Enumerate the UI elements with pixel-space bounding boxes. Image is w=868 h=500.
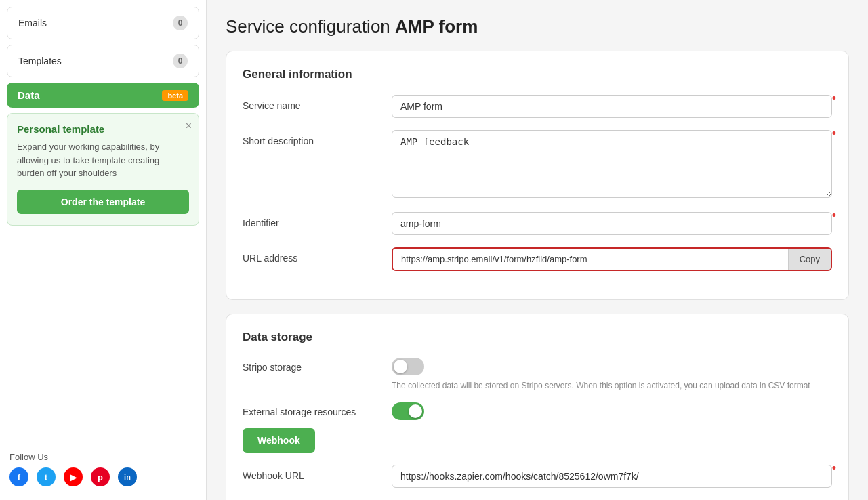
short-description-input[interactable]: AMP feedback [392, 130, 832, 198]
service-name-required: • [832, 92, 836, 104]
external-storage-toggle[interactable] [392, 402, 424, 420]
identifier-input[interactable] [392, 212, 832, 235]
facebook-icon[interactable]: f [9, 467, 28, 486]
identifier-label: Identifier [243, 212, 378, 228]
url-address-label: URL address [243, 247, 378, 264]
service-name-input[interactable] [392, 95, 832, 118]
webhook-url-required: • [832, 462, 836, 474]
personal-template-title: Personal template [17, 123, 189, 135]
personal-template-box: × Personal template Expand your working … [7, 113, 199, 226]
external-storage-track [392, 402, 424, 420]
twitter-icon[interactable]: t [37, 467, 56, 486]
main-content: Service configuration AMP form General i… [207, 0, 868, 500]
follow-us-section: Follow Us f t ▶ p in [7, 445, 199, 493]
general-info-section: General information Service name • Short… [226, 51, 849, 300]
identifier-row: Identifier • [243, 212, 832, 235]
webhook-button[interactable]: Webhook [243, 428, 315, 453]
stripo-storage-track [392, 358, 424, 375]
short-description-label: Short description [243, 130, 378, 146]
identifier-required: • [832, 209, 836, 222]
webhook-url-row: Webhook URL • [243, 465, 832, 488]
templates-badge: 0 [173, 54, 188, 68]
social-icons: f t ▶ p in [9, 467, 197, 486]
data-storage-title: Data storage [243, 331, 832, 344]
sidebar-item-data[interactable]: Data beta [7, 83, 199, 108]
data-storage-section: Data storage Stripo storage The collecte… [226, 314, 849, 500]
order-template-button[interactable]: Order the template [17, 190, 189, 214]
webhook-button-row: Webhook [243, 425, 832, 453]
service-name-label: Service name [243, 95, 378, 111]
page-title-bold: AMP form [395, 16, 478, 37]
pinterest-icon[interactable]: p [91, 467, 110, 486]
data-label: Data [18, 89, 40, 101]
external-storage-thumb [409, 404, 422, 418]
service-name-control: • [392, 95, 832, 118]
short-description-control: AMP feedback • [392, 130, 832, 200]
linkedin-icon[interactable]: in [118, 467, 137, 486]
webhook-url-label: Webhook URL [243, 465, 378, 481]
url-address-row: URL address Copy [243, 247, 832, 271]
webhook-url-input[interactable] [392, 465, 832, 488]
url-address-input[interactable] [393, 249, 788, 270]
url-field-wrapper: Copy [392, 247, 832, 271]
external-storage-toggle-wrapper [392, 402, 424, 420]
stripo-storage-description: The collected data will be stored on Str… [392, 381, 832, 390]
general-info-title: General information [243, 68, 832, 81]
short-description-row: Short description AMP feedback • [243, 130, 832, 200]
stripo-storage-toggle[interactable] [392, 358, 424, 375]
stripo-storage-row: Stripo storage [243, 358, 832, 375]
webhook-url-control: • [392, 465, 832, 488]
close-personal-template-button[interactable]: × [186, 121, 192, 131]
short-description-required: • [832, 127, 836, 140]
youtube-icon[interactable]: ▶ [64, 467, 83, 486]
stripo-storage-thumb [394, 360, 407, 373]
page-title: Service configuration AMP form [226, 16, 849, 37]
emails-label: Emails [18, 18, 47, 28]
service-name-row: Service name • [243, 95, 832, 118]
external-storage-label: External storage resources [243, 405, 378, 417]
url-copy-button[interactable]: Copy [788, 249, 831, 270]
templates-label: Templates [18, 56, 62, 66]
sidebar: Emails 0 Templates 0 Data beta × Persona… [0, 0, 207, 500]
sidebar-item-emails[interactable]: Emails 0 [7, 7, 199, 39]
personal-template-description: Expand your working capabilities, by all… [17, 140, 189, 180]
emails-badge: 0 [173, 16, 188, 30]
identifier-control: • [392, 212, 832, 235]
follow-us-label: Follow Us [9, 452, 197, 462]
stripo-storage-label: Stripo storage [243, 360, 378, 373]
url-address-control: Copy [392, 247, 832, 271]
external-storage-row: External storage resources [243, 402, 832, 420]
sidebar-item-templates[interactable]: Templates 0 [7, 45, 199, 77]
beta-badge: beta [162, 90, 188, 101]
page-title-prefix: Service configuration [226, 16, 395, 37]
stripo-storage-toggle-wrapper [392, 358, 424, 375]
